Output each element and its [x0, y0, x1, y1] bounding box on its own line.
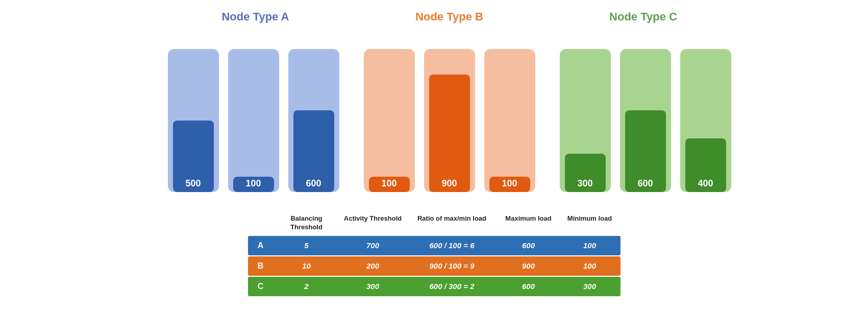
row-b-bt: 10: [274, 256, 340, 275]
bar-a1-value: 500: [185, 178, 201, 189]
row-c-ratio: 600 / 300 = 2: [406, 277, 498, 296]
bar-a2-inner: 100: [233, 177, 274, 192]
bar-c1-inner: 300: [565, 154, 606, 192]
bar-a1-inner: 500: [173, 121, 214, 192]
bar-c2-outer: 600: [620, 49, 671, 192]
row-b-at: 200: [340, 256, 406, 275]
bar-b1-outer: 100: [364, 49, 415, 192]
table-row-c: C 2 300 600 / 300 = 2 600 300: [248, 277, 621, 296]
bar-b3-outer: 100: [484, 49, 535, 192]
bar-c3-outer: 400: [680, 49, 731, 192]
row-a-bt: 5: [274, 236, 340, 255]
table-row-b: B 10 200 900 / 100 = 9 900 100: [248, 256, 621, 276]
row-a-label: A: [248, 236, 274, 255]
node-type-a-label: Node Type A: [159, 10, 353, 23]
header-min-load: Minimum load: [559, 212, 621, 234]
bar-a3-outer: 600: [288, 49, 339, 192]
row-c-at: 300: [340, 277, 406, 296]
bar-group-c: 300 600 400: [560, 49, 731, 192]
bar-b2-inner: 900: [429, 75, 470, 192]
bar-a3-inner: 600: [293, 110, 334, 192]
bar-c3-value: 400: [698, 178, 713, 189]
bar-chart: 500 100 600 100: [20, 29, 848, 192]
data-table-area: Balancing Threshold Activity Threshold R…: [20, 212, 848, 297]
bar-a1-outer: 500: [168, 49, 219, 192]
row-a-at: 700: [340, 236, 406, 255]
data-table: Balancing Threshold Activity Threshold R…: [248, 212, 621, 297]
row-b-ratio: 900 / 100 = 9: [406, 256, 498, 275]
row-c-min: 300: [559, 277, 621, 296]
bar-b1-inner: 100: [369, 177, 410, 192]
bar-b1-value: 100: [381, 178, 396, 189]
row-a-max: 600: [498, 236, 559, 255]
row-b-label: B: [248, 256, 274, 276]
table-row-a: A 5 700 600 / 100 = 6 600 100: [248, 236, 621, 255]
row-b-min: 100: [559, 256, 621, 275]
bar-c2-value: 600: [637, 178, 653, 189]
bar-a2-value: 100: [245, 178, 261, 189]
row-c-bt: 2: [274, 277, 340, 296]
bar-b2-value: 900: [441, 178, 457, 189]
node-type-b-label: Node Type B: [353, 10, 547, 23]
bar-group-a: 500 100 600: [168, 49, 339, 192]
header-ratio: Ratio of max/min load: [406, 212, 498, 234]
bar-c3-inner: 400: [685, 138, 726, 192]
bar-c2-inner: 600: [625, 110, 666, 192]
header-activity-threshold: Activity Threshold: [340, 212, 406, 234]
bar-b2-outer: 900: [424, 49, 475, 192]
table-header-row: Balancing Threshold Activity Threshold R…: [248, 212, 621, 236]
bar-a2-outer: 100: [228, 49, 279, 192]
row-c-max: 600: [498, 277, 559, 296]
header-max-load: Maximum load: [498, 212, 559, 234]
bar-group-b: 100 900 100: [364, 49, 535, 192]
bar-b3-inner: 100: [489, 177, 530, 192]
row-a-ratio: 600 / 100 = 6: [406, 236, 498, 255]
bar-a3-value: 600: [306, 178, 321, 189]
row-a-min: 100: [559, 236, 621, 255]
row-b-max: 900: [498, 256, 559, 275]
header-balancing-threshold: Balancing Threshold: [274, 212, 340, 234]
node-type-c-label: Node Type C: [547, 10, 740, 23]
row-c-label: C: [248, 277, 274, 296]
bar-b3-value: 100: [502, 178, 517, 189]
bar-c1-outer: 300: [560, 49, 611, 192]
bar-c1-value: 300: [577, 178, 592, 189]
